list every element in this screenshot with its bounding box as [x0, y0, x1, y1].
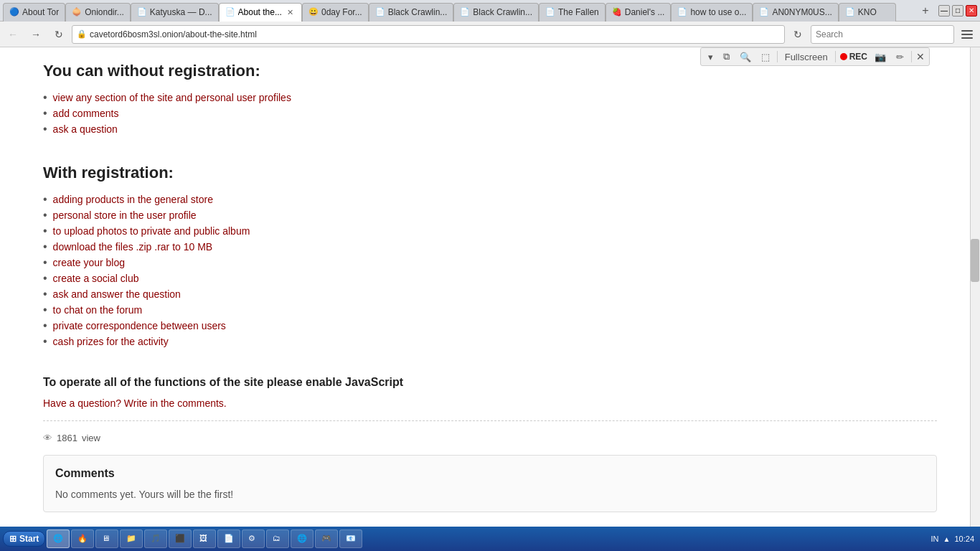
browser-tab-tab-8[interactable]: 📄 The Fallen — [539, 3, 606, 22]
address-bar[interactable]: 🔒 — [72, 25, 785, 44]
search-bar[interactable] — [811, 25, 954, 44]
list-item: cash prizes for the activity — [43, 336, 937, 347]
taskbar-item[interactable]: 🎮 — [315, 529, 338, 548]
taskbar-item-icon: 🖥 — [102, 534, 112, 544]
reload-button[interactable]: ↻ — [788, 24, 808, 44]
taskbar-item[interactable]: ⚙ — [242, 529, 265, 548]
taskbar-clock: 10:24 — [954, 534, 974, 543]
rec-edit-icon[interactable]: ✏ — [893, 50, 907, 64]
list-item: create a social club — [43, 273, 937, 284]
browser-tab-tab-1[interactable]: 🔵 About Tor — [3, 3, 65, 22]
browser-tab-tab-7[interactable]: 📄 Black Crawlin... — [453, 3, 539, 22]
browser-tab-tab-3[interactable]: 📄 Katyuska — D... — [131, 3, 219, 22]
with-reg-title: With registration: — [43, 164, 937, 182]
taskbar-item[interactable]: 🌐 — [291, 529, 314, 548]
list-item: private correspondence between users — [43, 320, 937, 331]
taskbar-arrow-up[interactable]: ▲ — [943, 535, 951, 543]
list-item: ask and answer the question — [43, 288, 937, 300]
operate-text: To operate all of the functions of the s… — [43, 376, 937, 389]
taskbar-item[interactable]: 🖥 — [95, 529, 118, 548]
taskbar-item-icon: 🌐 — [297, 534, 307, 544]
rec-camera-icon[interactable]: 📷 — [872, 50, 889, 64]
title-bar-controls: — □ ✕ — [938, 5, 977, 17]
question-link[interactable]: Have a question? Write in the comments. — [43, 397, 227, 409]
taskbar-item-icon: ⬛ — [175, 534, 185, 544]
fullscreen-label[interactable]: Fullscreen — [782, 50, 831, 64]
browser-tab-tab-9[interactable]: 🍓 Daniel's ... — [606, 3, 672, 22]
list-item-link[interactable]: add comments — [53, 108, 119, 119]
minimize-button[interactable]: — — [938, 5, 950, 17]
list-item: ask a question — [43, 123, 937, 135]
taskbar-item[interactable]: 📁 — [120, 529, 143, 548]
with-registration-section: With registration: adding products in th… — [43, 164, 937, 347]
taskbar-item[interactable]: 🌐 — [47, 529, 70, 548]
taskbar-item[interactable]: 🖼 — [193, 529, 216, 548]
rec-toolbar-divider — [777, 51, 778, 62]
taskbar-item[interactable]: ⬛ — [169, 529, 192, 548]
list-item-link[interactable]: ask a question — [53, 123, 118, 135]
tab-favicon: 📄 — [225, 7, 235, 17]
list-item: adding products in the general store — [43, 194, 937, 205]
list-item-link[interactable]: view any section of the site and persona… — [53, 92, 291, 103]
list-item-link[interactable]: create a social club — [53, 273, 139, 284]
new-tab-button[interactable]: + — [915, 1, 936, 20]
tab-label: Black Crawlin... — [473, 7, 532, 17]
list-item-link[interactable]: download the files .zip .rar to 10 MB — [53, 241, 213, 253]
tab-label: how to use o... — [690, 7, 746, 17]
taskbar-item[interactable]: 📧 — [339, 529, 362, 548]
back-button[interactable]: ← — [3, 24, 23, 44]
forward-button[interactable]: → — [26, 24, 46, 44]
tab-favicon: 📄 — [375, 7, 385, 17]
list-item-link[interactable]: cash prizes for the activity — [53, 336, 169, 347]
question-line: Have a question? Write in the comments. — [43, 397, 937, 409]
maximize-button[interactable]: □ — [952, 5, 963, 17]
start-button[interactable]: ⊞ Start — [3, 531, 45, 547]
tab-label: KNO — [858, 7, 890, 17]
tab-favicon: 🍓 — [612, 7, 622, 17]
browser-tab-tab-2[interactable]: 🧅 Oniondir... — [65, 3, 131, 22]
close-button[interactable]: ✕ — [966, 5, 977, 17]
rec-toolbar-close-icon[interactable]: ✕ — [916, 51, 925, 62]
list-item-link[interactable]: adding products in the general store — [53, 194, 213, 205]
list-item-link[interactable]: private correspondence between users — [53, 320, 226, 331]
refresh-button[interactable]: ↻ — [49, 24, 69, 44]
rec-button[interactable]: REC — [840, 52, 867, 62]
tab-label: About Tor — [22, 7, 59, 17]
browser-tab-tab-11[interactable]: 📄 AN0NYM0US... — [753, 3, 838, 22]
rec-dot-icon — [840, 53, 847, 60]
rec-toolbar-crop-icon[interactable]: ⬚ — [758, 50, 773, 64]
search-input[interactable] — [816, 29, 949, 39]
browser-tab-tab-5[interactable]: 😀 0day For... — [302, 3, 369, 22]
rec-toolbar-copy-icon[interactable]: ⧉ — [720, 50, 732, 64]
taskbar-item[interactable]: 📄 — [217, 529, 240, 548]
view-label: view — [82, 433, 100, 443]
list-item-link[interactable]: create your blog — [53, 257, 125, 268]
taskbar-item[interactable]: 🔥 — [71, 529, 94, 548]
rec-toolbar-down-icon[interactable]: ▾ — [705, 50, 716, 64]
scrollbar-thumb[interactable] — [971, 239, 979, 282]
browser-tab-tab-12[interactable]: 📄 KNO — [839, 3, 896, 22]
taskbar-item-icon: 🗂 — [273, 534, 283, 544]
lock-icon: 🔒 — [77, 29, 87, 39]
with-reg-list: adding products in the general storepers… — [43, 194, 937, 347]
browser-tab-tab-6[interactable]: 📄 Black Crawlin... — [369, 3, 454, 22]
menu-button[interactable] — [957, 24, 977, 44]
rec-toolbar-search-icon[interactable]: 🔍 — [737, 50, 754, 64]
tab-close-icon[interactable]: ✕ — [285, 7, 296, 18]
taskbar-items: 🌐🔥🖥📁🎵⬛🖼📄⚙🗂🌐🎮📧 — [47, 529, 929, 548]
tab-label: Oniondir... — [85, 7, 124, 17]
address-input[interactable] — [90, 29, 780, 39]
list-item-link[interactable]: to upload photos to private and public a… — [53, 225, 250, 237]
tab-bar: 🔵 About Tor 🧅 Oniondir... 📄 Katyuska — D… — [3, 0, 915, 22]
list-item: add comments — [43, 108, 937, 119]
taskbar-item[interactable]: 🎵 — [144, 529, 167, 548]
list-item-link[interactable]: ask and answer the question — [53, 288, 181, 300]
taskbar-item[interactable]: 🗂 — [266, 529, 289, 548]
tab-label: The Fallen — [558, 7, 599, 17]
page-content: You can without registration: view any s… — [0, 47, 980, 527]
browser-tab-tab-10[interactable]: 📄 how to use o... — [671, 3, 753, 22]
list-item-link[interactable]: personal store in the user profile — [53, 209, 197, 221]
list-item-link[interactable]: to chat on the forum — [53, 304, 143, 316]
browser-tab-tab-4[interactable]: 📄 About the... ✕ — [219, 3, 302, 22]
scrollbar[interactable] — [970, 47, 980, 527]
